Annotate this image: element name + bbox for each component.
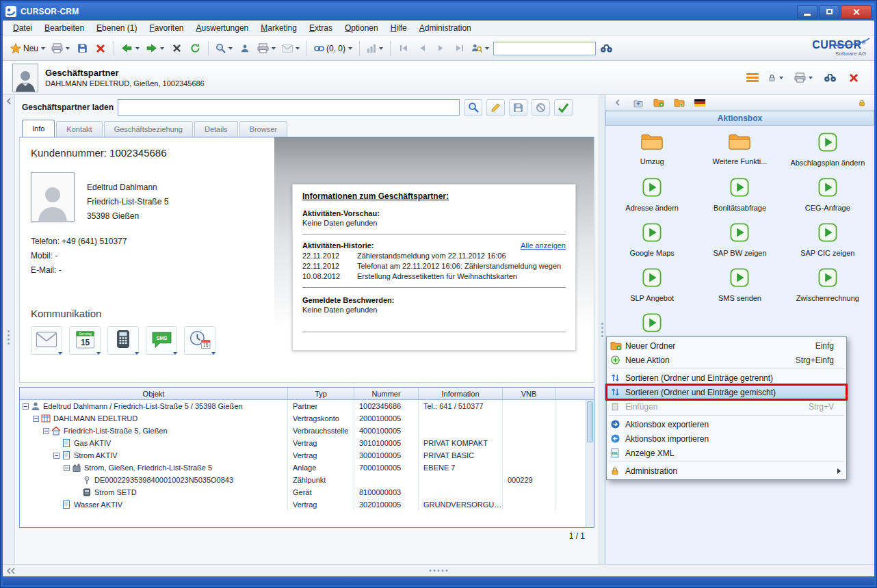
tab-browser[interactable]: Browser <box>239 121 287 137</box>
menu-optionen[interactable]: Optionen <box>339 21 384 35</box>
tree-expander[interactable] <box>53 453 60 459</box>
column-header-objekt[interactable]: Objekt <box>20 388 288 399</box>
load-input[interactable] <box>118 99 460 116</box>
action-ceg-anfrage[interactable]: CEG-Anfrage <box>805 178 850 212</box>
folder-up-button[interactable] <box>630 94 646 111</box>
user-tools-button[interactable] <box>237 40 253 57</box>
collapse-bottom-icon[interactable] <box>7 567 15 574</box>
save-record-button[interactable] <box>509 99 527 116</box>
splitter-dots[interactable] <box>601 323 603 337</box>
table-row[interactable]: DE00022935398400010023N5035O0843Zählpunk… <box>20 474 586 486</box>
menu-marketing[interactable]: Marketing <box>254 21 303 35</box>
minimize-button[interactable] <box>797 5 817 18</box>
table-row[interactable]: Gas AKTIVVertrag3010100005PRIVAT KOMPAKT <box>20 437 586 449</box>
menu-datei[interactable]: Datei <box>7 21 38 35</box>
action-bonit-tsabfrage[interactable]: Bonitätsabfrage <box>714 178 766 212</box>
context-menu-item-aktionsbox-importieren[interactable]: Aktionsbox importieren <box>607 431 846 446</box>
nav-next-button[interactable] <box>432 40 449 57</box>
context-menu-item-einf-gen[interactable]: EinfügenStrg+V <box>607 399 846 414</box>
aktionsbox-back-button[interactable] <box>610 94 626 111</box>
context-menu-item-administration[interactable]: Administration <box>607 464 846 478</box>
column-header-typ[interactable]: Typ <box>288 388 354 399</box>
confirm-button[interactable] <box>554 99 573 116</box>
sms-channel-button[interactable]: SMS <box>146 326 177 355</box>
action-weitere-funkti[interactable]: Weitere Funkti... <box>713 133 768 167</box>
menu-favoriten[interactable]: Favoriten <box>143 21 189 35</box>
tree-expander[interactable] <box>33 416 39 422</box>
header-search-button[interactable] <box>822 69 839 87</box>
person-search-button[interactable] <box>469 40 491 57</box>
tree-expander[interactable] <box>43 428 49 434</box>
menu-extras[interactable]: Extras <box>303 21 339 35</box>
tab-gesch-ftsbeziehung[interactable]: Geschäftsbeziehung <box>104 121 193 137</box>
table-row[interactable]: Strom SETDGerät8100000003 <box>20 486 586 498</box>
delete-button[interactable] <box>92 40 109 57</box>
email-channel-button[interactable] <box>31 326 62 355</box>
selection-counter[interactable]: (0, 0) <box>312 40 354 57</box>
action-sap-cic-zeigen[interactable]: SAP CIC zeigen <box>800 223 854 257</box>
action-sap-bw-zeigen[interactable]: SAP BW zeigen <box>713 223 766 257</box>
menu-auswertungen[interactable]: Auswertungen <box>190 21 255 35</box>
email-button[interactable] <box>280 40 302 57</box>
maximize-button[interactable] <box>819 5 839 18</box>
save-button[interactable] <box>74 40 90 57</box>
header-close-button[interactable] <box>846 69 862 87</box>
bottom-splitter-handle[interactable] <box>430 570 448 572</box>
load-search-button[interactable] <box>464 99 482 116</box>
alle-anzeigen-link[interactable]: Alle anzeigen <box>521 241 566 250</box>
action-sms-senden[interactable]: SMS senden <box>718 268 761 302</box>
action-umzug[interactable]: Umzug <box>640 133 664 167</box>
menu-administration[interactable]: Administration <box>413 21 477 35</box>
splitter-handle[interactable] <box>8 330 10 345</box>
header-lock-button[interactable] <box>765 69 785 87</box>
tab-details[interactable]: Details <box>194 121 238 137</box>
menu-bearbeiten[interactable]: Bearbeiten <box>38 21 90 35</box>
search-settings-button[interactable] <box>213 40 235 57</box>
discard-button[interactable] <box>532 99 550 116</box>
add-action-button[interactable] <box>671 94 688 111</box>
panel-splitter[interactable] <box>599 95 605 564</box>
table-row[interactable]: Strom AKTIVVertrag3000100005PRIVAT BASIC <box>20 449 586 462</box>
tab-info[interactable]: Info <box>22 120 55 137</box>
add-folder-button[interactable] <box>651 94 667 111</box>
print-list-button[interactable] <box>255 40 278 57</box>
chart-button[interactable] <box>365 40 385 57</box>
context-menu-item-neuer-ordner[interactable]: Neuer OrdnerEinfg <box>607 338 846 353</box>
new-button[interactable]: Neu <box>8 40 47 57</box>
table-row[interactable]: Edeltrud Dahlmann / Friedrich-List-Straß… <box>20 400 586 412</box>
menu-hilfe[interactable]: Hilfe <box>384 21 413 35</box>
nav-first-button[interactable] <box>395 40 412 57</box>
action-slp-angebot[interactable]: SLP Angebot <box>630 268 674 302</box>
table-row[interactable]: Friedrich-List-Straße 5, GießenVerbrauch… <box>20 425 586 437</box>
left-collapse-strip[interactable] <box>3 95 15 564</box>
column-header-nummer[interactable]: Nummer <box>354 388 419 399</box>
menu-hamburger-button[interactable] <box>746 73 759 82</box>
toolbar-search-input[interactable] <box>493 42 596 55</box>
back-button[interactable] <box>119 40 142 57</box>
column-header-information[interactable]: Information <box>419 388 503 399</box>
action-zwischenrechnung[interactable]: Zwischenrechnung <box>796 268 859 302</box>
forward-button[interactable] <box>144 40 166 57</box>
header-print-button[interactable] <box>792 69 815 87</box>
phone-channel-button[interactable] <box>107 326 139 355</box>
edit-button[interactable] <box>486 99 505 116</box>
action-google-maps[interactable]: Google Maps <box>629 223 674 257</box>
calendar-channel-button[interactable]: Samstag15 <box>69 326 101 355</box>
table-row[interactable]: DAHLMANN EDELTRUDVertragskonto2000100005 <box>20 412 586 425</box>
tab-kontakt[interactable]: Kontakt <box>56 121 102 137</box>
tree-expander[interactable] <box>64 465 70 471</box>
nav-last-button[interactable] <box>451 40 467 57</box>
table-scrollbar[interactable] <box>586 400 594 527</box>
scrollbar-thumb[interactable] <box>587 401 593 442</box>
action-abschlagsplan-ndern[interactable]: Abschlagsplan ändern <box>790 133 865 167</box>
print-button[interactable] <box>49 40 72 57</box>
context-menu-item-neue-aktion[interactable]: Neue AktionStrg+Einfg <box>607 353 846 367</box>
table-row[interactable]: Wasser AKTIVVertrag3020100005GRUNDVERSOR… <box>20 498 586 511</box>
tree-expander[interactable] <box>23 403 29 410</box>
language-button[interactable] <box>692 94 708 111</box>
appointment-channel-button[interactable]: 15 <box>184 326 215 355</box>
toolbar-find-button[interactable] <box>598 40 615 57</box>
aktionsbox-lock-button[interactable] <box>854 94 870 111</box>
context-menu-item-aktionsbox-exportieren[interactable]: Aktionsbox exportieren <box>607 417 846 431</box>
column-header-vnb[interactable]: VNB <box>503 388 555 399</box>
